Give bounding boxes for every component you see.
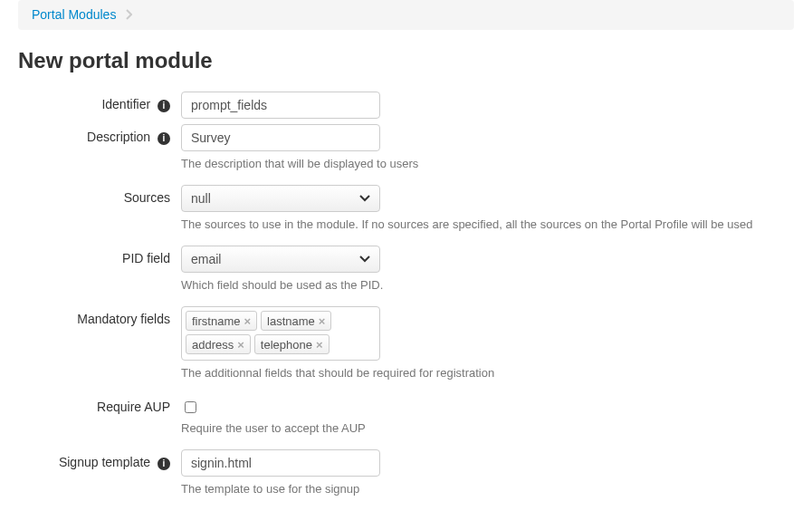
close-icon[interactable]: × [237, 339, 244, 351]
page-title: New portal module [18, 48, 794, 73]
mandatory-fields-label: Mandatory fields [18, 306, 181, 326]
identifier-input[interactable] [181, 92, 380, 119]
breadcrumb-link-portal-modules[interactable]: Portal Modules [32, 7, 116, 22]
signup-template-help: The template to use for the signup [181, 482, 794, 496]
info-icon[interactable]: i [158, 458, 170, 470]
chevron-down-icon [359, 256, 370, 263]
close-icon[interactable]: × [316, 339, 323, 351]
sources-help: The sources to use in the module. If no … [181, 217, 794, 231]
mandatory-fields-input[interactable]: firstname×lastname×address×telephone× [181, 306, 380, 361]
tag-label: firstname [192, 314, 240, 328]
chevron-right-icon [125, 8, 132, 23]
breadcrumb: Portal Modules [18, 0, 794, 30]
form: Identifier i Description i The descripti… [18, 92, 794, 511]
pid-field-select[interactable]: email [181, 246, 380, 273]
sources-label: Sources [18, 185, 181, 205]
signup-template-input[interactable] [181, 449, 380, 477]
description-help: The description that will be displayed t… [181, 157, 794, 170]
tag: telephone× [254, 334, 330, 354]
require-aup-help: Require the user to accept the AUP [181, 421, 794, 435]
tag: firstname× [186, 311, 257, 331]
tag-label: address [192, 338, 234, 352]
chevron-down-icon [359, 195, 370, 202]
require-aup-checkbox[interactable] [185, 401, 196, 413]
tag-label: lastname [267, 314, 315, 328]
description-label: Description i [18, 124, 181, 144]
description-input[interactable] [181, 124, 380, 151]
close-icon[interactable]: × [244, 315, 251, 327]
tag-label: telephone [261, 338, 312, 352]
pid-field-label: PID field [18, 246, 181, 265]
identifier-label: Identifier i [18, 92, 181, 111]
sources-select[interactable]: null [181, 185, 380, 212]
require-aup-label: Require AUP [18, 394, 181, 414]
info-icon[interactable]: i [158, 132, 170, 145]
signup-template-label: Signup template i [18, 449, 181, 469]
tag: lastname× [261, 311, 331, 331]
mandatory-fields-help: The additionnal fields that should be re… [181, 366, 794, 380]
info-icon[interactable]: i [158, 100, 170, 112]
close-icon[interactable]: × [319, 315, 326, 327]
tag: address× [186, 334, 251, 354]
pid-field-help: Which field should be used as the PID. [181, 278, 794, 292]
